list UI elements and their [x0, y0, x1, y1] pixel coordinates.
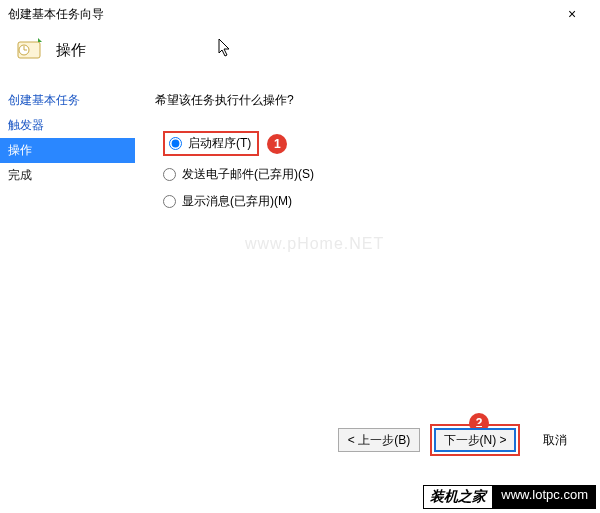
- radio-send-email[interactable]: 发送电子邮件(已弃用)(S): [163, 166, 580, 183]
- prompt-text: 希望该任务执行什么操作?: [155, 92, 580, 109]
- step-finish[interactable]: 完成: [0, 163, 135, 188]
- site-watermark-1: 装机之家: [423, 485, 493, 509]
- site-watermark: 装机之家 www.lotpc.com: [423, 485, 596, 509]
- radio-show-message-input[interactable]: [163, 195, 176, 208]
- step-trigger[interactable]: 触发器: [0, 113, 135, 138]
- next-button[interactable]: 下一步(N) >: [434, 428, 516, 452]
- step-action[interactable]: 操作: [0, 138, 135, 163]
- radio-start-program[interactable]: 启动程序(T): [169, 135, 251, 152]
- titlebar: 创建基本任务向导 ×: [0, 0, 600, 28]
- radio-send-email-label[interactable]: 发送电子邮件(已弃用)(S): [182, 166, 314, 183]
- step-create-basic-task[interactable]: 创建基本任务: [0, 88, 135, 113]
- annotation-badge-1: 1: [267, 134, 287, 154]
- wizard-body: 创建基本任务 触发器 操作 完成 希望该任务执行什么操作? 启动程序(T) 1 …: [0, 82, 600, 412]
- radio-show-message-label[interactable]: 显示消息(已弃用)(M): [182, 193, 292, 210]
- radio-send-email-input[interactable]: [163, 168, 176, 181]
- svg-marker-4: [38, 38, 42, 42]
- radio-start-program-label[interactable]: 启动程序(T): [188, 135, 251, 152]
- window-title: 创建基本任务向导: [8, 6, 104, 23]
- wizard-main: 希望该任务执行什么操作? 启动程序(T) 1 发送电子邮件(已弃用)(S) 显示…: [135, 82, 600, 412]
- radio-start-program-input[interactable]: [169, 137, 182, 150]
- wizard-footer: < 上一步(B) 下一步(N) > 取消: [0, 412, 600, 468]
- action-radio-group: 启动程序(T) 1 发送电子邮件(已弃用)(S) 显示消息(已弃用)(M): [163, 131, 580, 210]
- cancel-button[interactable]: 取消: [530, 428, 580, 452]
- radio-show-message[interactable]: 显示消息(已弃用)(M): [163, 193, 580, 210]
- annotation-box-2: 下一步(N) >: [430, 424, 520, 456]
- back-button[interactable]: < 上一步(B): [338, 428, 420, 452]
- wizard-header: 操作: [0, 28, 600, 82]
- site-watermark-2: www.lotpc.com: [493, 485, 596, 509]
- annotation-box-1: 启动程序(T): [163, 131, 259, 156]
- page-title: 操作: [56, 41, 86, 60]
- wizard-icon: [16, 36, 44, 64]
- wizard-steps: 创建基本任务 触发器 操作 完成: [0, 82, 135, 412]
- close-button[interactable]: ×: [552, 6, 592, 22]
